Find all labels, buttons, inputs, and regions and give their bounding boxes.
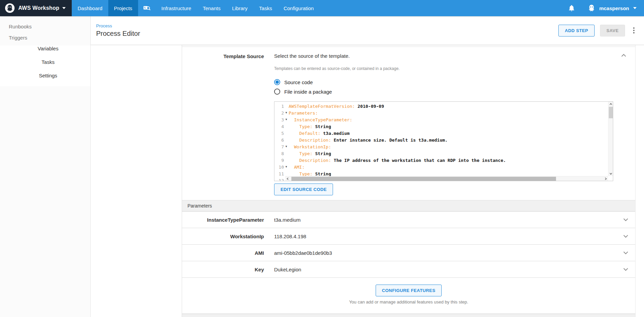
sidebar-item-triggers[interactable]: Triggers xyxy=(0,32,90,43)
horizontal-scroll-thumb[interactable] xyxy=(291,177,556,181)
features-caption: You can add or manage additional feature… xyxy=(349,299,468,304)
chevron-down-icon[interactable] xyxy=(623,268,628,271)
code-line: 8 Type: String xyxy=(274,150,613,157)
scroll-right-icon[interactable] xyxy=(603,176,608,181)
save-button[interactable]: SAVE xyxy=(600,25,625,36)
fold-marker-icon[interactable]: ▼ xyxy=(284,143,289,150)
param-row-key[interactable]: Key DukeLegion xyxy=(182,261,635,278)
search-icon xyxy=(143,4,151,12)
scroll-down-icon[interactable] xyxy=(608,171,613,176)
next-section-header-stub xyxy=(182,314,635,317)
sidebar-item-runbooks[interactable]: Runbooks xyxy=(0,21,90,32)
code-line: 1AWSTemplateFormatVersion: 2010-09-09 xyxy=(274,103,613,109)
nav-tab-projects[interactable]: Projects xyxy=(108,0,138,16)
brand-caret-icon xyxy=(62,7,66,9)
param-row-ami[interactable]: AMI ami-05bb2dae0b1de90b3 xyxy=(182,245,635,261)
edit-source-code-button[interactable]: EDIT SOURCE CODE xyxy=(274,184,333,195)
add-step-button[interactable]: ADD STEP xyxy=(558,25,595,36)
code-lines: 1AWSTemplateFormatVersion: 2010-09-09 2▼… xyxy=(274,102,613,181)
notifications-bell-icon[interactable] xyxy=(568,4,575,12)
chevron-down-icon[interactable] xyxy=(623,235,628,238)
scroll-up-icon[interactable] xyxy=(608,102,613,106)
param-row-workstation-ip[interactable]: WorkstationIp 118.208.4.198 xyxy=(182,228,635,245)
code-line: 4 Type: String xyxy=(274,123,613,130)
sidebar-item-tasks[interactable]: Tasks xyxy=(0,59,90,73)
code-line: 10▼ AMI: xyxy=(274,164,613,170)
sidebar-item-variables[interactable]: Variables xyxy=(0,46,90,59)
brand-space-selector[interactable]: AWS Workshop xyxy=(0,0,72,16)
template-source-help: Templates can be entered as source-code,… xyxy=(274,66,616,71)
chevron-up-icon[interactable] xyxy=(621,54,626,57)
user-name[interactable]: mcasperson xyxy=(599,5,629,11)
breadcrumb[interactable]: Process xyxy=(96,23,140,28)
nav-tab-library[interactable]: Library xyxy=(226,0,253,16)
scroll-left-icon[interactable] xyxy=(285,176,290,181)
param-row-instance-type[interactable]: InstanceTypeParameter t3a.medium xyxy=(182,212,635,228)
step-editor-panel: Template Source Select the source of the… xyxy=(182,45,636,317)
editor-horizontal-scrollbar[interactable] xyxy=(285,176,608,181)
nav-tab-tenants[interactable]: Tenants xyxy=(197,0,226,16)
nav-tab-dashboard[interactable]: Dashboard xyxy=(72,0,108,16)
nav-tab-configuration[interactable]: Configuration xyxy=(278,0,319,16)
nav-tab-infrastructure[interactable]: Infrastructure xyxy=(156,0,197,16)
radio-file-inside-package[interactable]: File inside a package xyxy=(274,89,616,95)
code-line: 6 Description: Enter instance size. Defa… xyxy=(274,137,613,143)
nav-tab-tasks[interactable]: Tasks xyxy=(253,0,278,16)
parameters-section-header: Parameters xyxy=(182,200,635,212)
fold-marker-icon[interactable]: ▼ xyxy=(284,164,289,170)
editor-vertical-scrollbar[interactable] xyxy=(608,102,613,176)
top-navbar: AWS Workshop Dashboard Projects Infrastr… xyxy=(0,0,644,16)
source-code-editor[interactable]: 1AWSTemplateFormatVersion: 2010-09-09 2▼… xyxy=(274,101,613,181)
radio-unselected-icon[interactable] xyxy=(274,89,280,95)
radio-selected-icon[interactable] xyxy=(274,79,280,85)
code-line: 9 Description: The IP address of the wor… xyxy=(274,157,613,164)
fold-marker-icon[interactable]: ▼ xyxy=(284,116,289,123)
user-avatar-icon[interactable] xyxy=(587,3,596,13)
template-source-summary: Select the source of the template. xyxy=(274,53,616,59)
code-line: 3▼ InstanceTypeParameter: xyxy=(274,116,613,123)
page-header: Process Process Editor ADD STEP SAVE xyxy=(91,16,644,45)
user-menu-caret-icon[interactable] xyxy=(633,7,637,9)
template-source-label: Template Source xyxy=(182,53,264,59)
code-line: 7▼ WorkstationIp: xyxy=(274,143,613,150)
vertical-scroll-thumb[interactable] xyxy=(609,107,613,118)
page-title: Process Editor xyxy=(96,30,140,38)
chevron-down-icon[interactable] xyxy=(623,251,628,254)
sidebar-item-settings[interactable]: Settings xyxy=(0,73,90,86)
overflow-menu-icon[interactable] xyxy=(630,25,637,35)
features-block: CONFIGURE FEATURES You can add or manage… xyxy=(182,278,635,309)
code-line: 2▼Parameters: xyxy=(274,109,613,116)
project-sidebar: Runbooks Triggers Variables Tasks Settin… xyxy=(0,16,91,317)
fold-marker-icon[interactable]: ▼ xyxy=(284,109,289,116)
chevron-down-icon[interactable] xyxy=(623,218,628,221)
template-source-options: Source code File inside a package xyxy=(274,79,616,95)
process-steps-panel xyxy=(91,45,182,317)
octopus-logo-icon xyxy=(5,3,15,13)
nav-tabs: Dashboard Projects Infrastructure Tenant… xyxy=(72,0,319,16)
brand-label: AWS Workshop xyxy=(18,5,59,11)
configure-features-button[interactable]: CONFIGURE FEATURES xyxy=(376,285,442,296)
app-window: AWS Workshop Dashboard Projects Infrastr… xyxy=(0,0,644,317)
radio-source-code[interactable]: Source code xyxy=(274,79,616,85)
template-source-section: Template Source Select the source of the… xyxy=(182,47,635,200)
nav-tab-search[interactable] xyxy=(138,0,156,16)
topnav-right: mcasperson xyxy=(568,0,644,16)
code-line: 5 Default: t3a.medium xyxy=(274,130,613,137)
